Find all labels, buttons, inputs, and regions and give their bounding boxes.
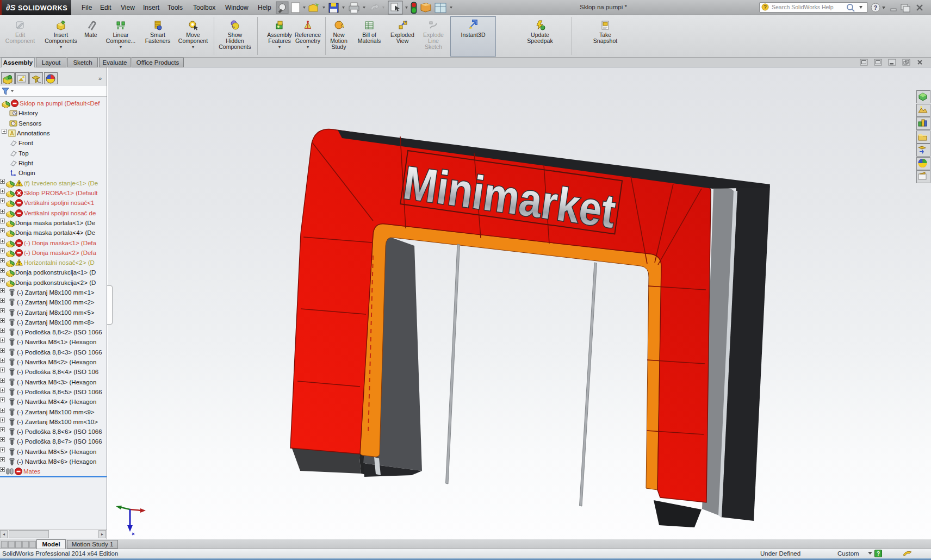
svg-text:∂S: ∂S — [6, 3, 15, 12]
svg-text:?: ? — [874, 4, 878, 11]
svg-text:SOLIDWORKS: SOLIDWORKS — [18, 4, 67, 12]
svg-text:?: ? — [764, 4, 767, 10]
svg-text:Search SolidWorks Help: Search SolidWorks Help — [772, 4, 834, 10]
